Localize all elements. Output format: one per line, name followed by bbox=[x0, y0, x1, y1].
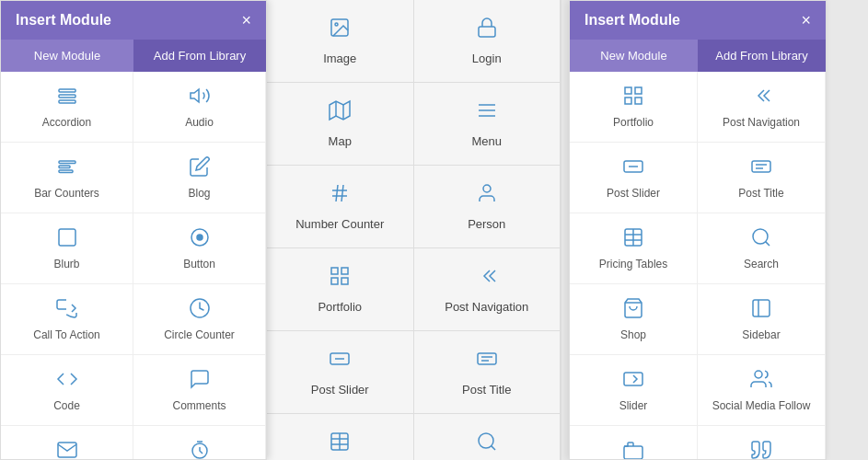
number-counter-icon bbox=[329, 182, 351, 210]
middle-label-portfolio: Portfolio bbox=[318, 300, 362, 314]
module-label-audio: Audio bbox=[185, 116, 214, 129]
right-module-label-sidebar: Sidebar bbox=[742, 328, 780, 341]
right-testimonial-icon bbox=[750, 439, 772, 459]
post-title-icon bbox=[476, 348, 498, 375]
module-item-audio[interactable]: Audio bbox=[133, 72, 266, 143]
left-tab-new-module[interactable]: New Module bbox=[1, 40, 133, 72]
middle-module-item-pricing-tables[interactable]: Pricing Tables bbox=[267, 414, 414, 460]
svg-rect-39 bbox=[341, 278, 348, 284]
middle-label-login: Login bbox=[472, 52, 502, 65]
module-label-code: Code bbox=[53, 399, 80, 412]
right-panel-header: Insert Module × bbox=[570, 1, 826, 40]
middle-module-item-post-navigation[interactable]: Post Navigation bbox=[414, 248, 561, 331]
svg-rect-75 bbox=[624, 373, 642, 385]
right-module-item-post-navigation[interactable]: Post Navigation bbox=[698, 72, 826, 143]
svg-rect-2 bbox=[59, 100, 75, 103]
svg-marker-3 bbox=[191, 89, 199, 102]
right-insert-module-panel: Insert Module × New Module Add From Libr… bbox=[569, 0, 827, 460]
module-item-countdown-timer[interactable]: Countdown Timer bbox=[133, 426, 266, 459]
middle-module-item-person[interactable]: Person bbox=[414, 166, 561, 248]
svg-rect-77 bbox=[624, 446, 642, 459]
right-module-item-testimonial[interactable]: Testimonial bbox=[698, 426, 826, 459]
module-label-circle-counter: Circle Counter bbox=[164, 328, 235, 341]
svg-rect-6 bbox=[59, 170, 73, 173]
right-module-label-post-title: Post Title bbox=[738, 187, 783, 200]
right-module-label-pricing-tables: Pricing Tables bbox=[599, 258, 667, 270]
module-item-accordion[interactable]: Accordion bbox=[1, 72, 133, 143]
svg-rect-58 bbox=[635, 87, 642, 94]
module-label-comments: Comments bbox=[172, 399, 226, 412]
right-module-label-slider: Slider bbox=[619, 399, 648, 412]
svg-point-70 bbox=[753, 229, 768, 244]
middle-module-item-portfolio[interactable]: Portfolio bbox=[267, 248, 414, 331]
svg-line-34 bbox=[341, 185, 343, 201]
right-shop-icon bbox=[622, 297, 644, 323]
right-portfolio-icon bbox=[622, 85, 644, 110]
right-slider-icon bbox=[622, 368, 644, 394]
module-item-blog[interactable]: Blog bbox=[133, 143, 266, 213]
right-pricing-tables-icon bbox=[622, 226, 644, 252]
right-module-item-search[interactable]: Search bbox=[698, 213, 826, 284]
countdown-timer-icon bbox=[189, 439, 211, 459]
module-item-comments[interactable]: Comments bbox=[133, 355, 266, 426]
right-module-item-sidebar[interactable]: Sidebar bbox=[698, 284, 826, 355]
right-panel-title: Insert Module bbox=[584, 12, 680, 29]
module-item-button[interactable]: Button bbox=[133, 213, 266, 284]
right-module-item-social-media-follow[interactable]: Social Media Follow bbox=[698, 355, 826, 426]
middle-label-menu: Menu bbox=[471, 134, 502, 148]
right-sidebar-icon bbox=[750, 297, 772, 323]
svg-rect-73 bbox=[753, 300, 770, 316]
blog-icon bbox=[189, 155, 211, 181]
right-tab-add-from-library[interactable]: Add From Library bbox=[698, 40, 826, 72]
middle-module-item-map[interactable]: Map bbox=[267, 83, 414, 166]
middle-label-number-counter: Number Counter bbox=[295, 217, 384, 231]
svg-line-71 bbox=[766, 242, 770, 246]
middle-module-item-search[interactable]: Search bbox=[414, 414, 561, 460]
left-panel-tabs: New Module Add From Library bbox=[1, 40, 266, 72]
middle-module-grid: Image Login Map Menu Num bbox=[267, 0, 561, 460]
post-slider-icon bbox=[329, 348, 351, 375]
svg-point-35 bbox=[483, 185, 491, 192]
right-module-item-portfolio[interactable]: Portfolio bbox=[570, 72, 698, 143]
module-item-contact-form[interactable]: Contact Form bbox=[1, 426, 133, 459]
svg-point-23 bbox=[335, 23, 338, 26]
portfolio-icon bbox=[329, 265, 351, 293]
left-tab-add-from-library[interactable]: Add From Library bbox=[133, 40, 266, 72]
svg-rect-7 bbox=[59, 229, 75, 246]
right-module-item-tabs[interactable]: Tabs bbox=[570, 426, 698, 459]
svg-rect-60 bbox=[635, 98, 642, 104]
module-label-blurb: Blurb bbox=[53, 258, 79, 270]
middle-module-item-menu[interactable]: Menu bbox=[414, 83, 561, 166]
module-item-code[interactable]: Code bbox=[1, 355, 133, 426]
svg-rect-36 bbox=[331, 268, 338, 274]
svg-point-76 bbox=[755, 371, 762, 378]
module-label-blog: Blog bbox=[188, 187, 210, 200]
left-panel-close-button[interactable]: × bbox=[241, 12, 251, 29]
module-item-call-to-action[interactable]: Call To Action bbox=[1, 284, 133, 355]
comments-icon bbox=[189, 368, 211, 394]
module-item-bar-counters[interactable]: Bar Counters bbox=[1, 143, 133, 213]
middle-label-map: Map bbox=[329, 134, 352, 148]
right-tabs-icon bbox=[622, 439, 644, 459]
right-module-label-post-navigation: Post Navigation bbox=[723, 116, 800, 129]
right-tab-new-module[interactable]: New Module bbox=[570, 40, 698, 72]
module-item-circle-counter[interactable]: Circle Counter bbox=[133, 284, 266, 355]
right-module-item-post-slider[interactable]: Post Slider bbox=[570, 143, 698, 213]
middle-module-item-number-counter[interactable]: Number Counter bbox=[267, 166, 414, 248]
right-module-label-post-slider: Post Slider bbox=[607, 187, 660, 200]
right-module-item-post-title[interactable]: Post Title bbox=[698, 143, 826, 213]
svg-rect-57 bbox=[625, 87, 631, 94]
right-module-item-shop[interactable]: Shop bbox=[570, 284, 698, 355]
bar-counters-icon bbox=[56, 155, 78, 181]
menu-icon bbox=[476, 99, 498, 127]
middle-module-item-login[interactable]: Login bbox=[414, 0, 561, 83]
right-module-item-pricing-tables[interactable]: Pricing Tables bbox=[570, 213, 698, 284]
middle-module-item-post-slider[interactable]: Post Slider bbox=[267, 331, 414, 414]
svg-rect-63 bbox=[752, 161, 770, 172]
module-item-blurb[interactable]: Blurb bbox=[1, 213, 133, 284]
right-module-item-slider[interactable]: Slider bbox=[570, 355, 698, 426]
right-panel-close-button[interactable]: × bbox=[801, 12, 811, 29]
middle-module-item-image[interactable]: Image bbox=[267, 0, 414, 83]
middle-module-item-post-title[interactable]: Post Title bbox=[414, 331, 561, 414]
svg-rect-38 bbox=[331, 278, 338, 284]
